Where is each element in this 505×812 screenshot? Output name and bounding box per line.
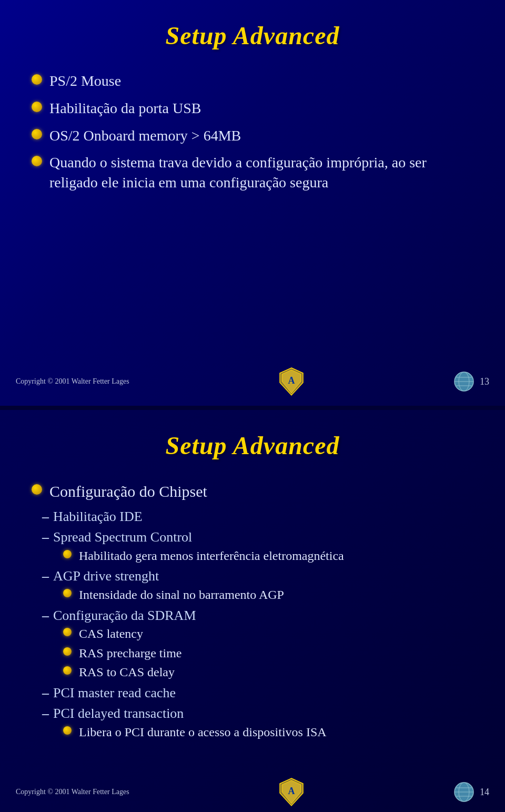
list-item: Quando o sistema trava devido a configur… xyxy=(32,153,473,193)
sub-sub-container: CAS latency RAS precharge time RAS to CA… xyxy=(42,625,473,680)
globe-icon xyxy=(453,781,474,803)
bullet-text: Habilitação da porta USB xyxy=(49,98,201,118)
bullet-text: RAS to CAS delay xyxy=(79,664,175,680)
bullet-dot-icon xyxy=(32,74,42,85)
bullet-dot-icon xyxy=(63,726,72,735)
bullet-text: RAS precharge time xyxy=(79,645,182,661)
list-item: Habilitado gera menos interferência elet… xyxy=(63,547,473,564)
sub-sub-container: Intensidade do sinal no barramento AGP xyxy=(42,586,473,603)
list-item: OS/2 Onboard memory > 64MB xyxy=(32,126,473,146)
list-item: – Configuração da SDRAM xyxy=(42,607,473,625)
main-bullet-item: Configuração do Chipset xyxy=(32,481,473,503)
slide-number: 14 xyxy=(480,787,489,798)
slide-separator xyxy=(0,406,505,410)
bullet-dot-icon xyxy=(63,550,72,558)
slide-number: 13 xyxy=(480,376,489,387)
sub-sub-container: Habilitado gera menos interferência elet… xyxy=(42,547,473,564)
bullet-dot-icon xyxy=(32,156,42,166)
bullet-dot-icon xyxy=(32,129,42,139)
bullet-dot-icon xyxy=(63,628,72,636)
slide-1: Setup Advanced PS/2 Mouse Habilitação da… xyxy=(0,0,505,406)
bullet-text: PS/2 Mouse xyxy=(49,71,121,91)
bullet-text: OS/2 Onboard memory > 64MB xyxy=(49,126,241,146)
bullet-text: Libera o PCI durante o acesso a disposit… xyxy=(79,724,327,740)
shield-logo-icon: A xyxy=(279,367,304,396)
slide-1-title: Setup Advanced xyxy=(32,21,473,50)
bullet-text: CAS latency xyxy=(79,625,143,642)
list-item: RAS precharge time xyxy=(63,645,473,661)
list-item: Intensidade do sinal no barramento AGP xyxy=(63,586,473,603)
sub-item-text: Habilitação IDE xyxy=(53,508,143,526)
list-item: – PCI master read cache xyxy=(42,684,473,702)
slide-2-title: Setup Advanced xyxy=(32,431,473,460)
sub-sub-container: Libera o PCI durante o acesso a disposit… xyxy=(42,724,473,740)
list-item: – Habilitação IDE xyxy=(42,508,473,526)
bullet-dot-icon xyxy=(63,647,72,656)
bullet-text: Habilitado gera menos interferência elet… xyxy=(79,547,344,564)
sub-item-text: PCI master read cache xyxy=(53,684,176,702)
bullet-dot-icon xyxy=(63,589,72,597)
list-item: RAS to CAS delay xyxy=(63,664,473,680)
bullet-text: Intensidade do sinal no barramento AGP xyxy=(79,586,284,603)
copyright-text: Copyright © 2001 Walter Fetter Lages xyxy=(16,377,129,386)
slide-1-bullet-list: PS/2 Mouse Habilitação da porta USB OS/2… xyxy=(32,71,473,193)
footer-badge: 13 xyxy=(453,371,489,392)
bullet-dot-icon xyxy=(63,666,72,675)
list-item: – PCI delayed transaction xyxy=(42,705,473,723)
copyright-text: Copyright © 2001 Walter Fetter Lages xyxy=(16,788,129,796)
list-item: Habilitação da porta USB xyxy=(32,98,473,118)
footer-badge: 14 xyxy=(453,781,489,803)
bullet-text: Quando o sistema trava devido a configur… xyxy=(49,153,473,193)
sub-item-text: Configuração da SDRAM xyxy=(53,607,196,625)
slide-2-footer: Copyright © 2001 Walter Fetter Lages A 1… xyxy=(0,777,505,807)
list-item: – Spread Spectrum Control xyxy=(42,528,473,546)
bullet-dot-icon xyxy=(32,484,42,495)
sub-items-container: – Habilitação IDE – Spread Spectrum Cont… xyxy=(32,508,473,741)
sub-item-text: AGP drive strenght xyxy=(53,567,159,585)
list-item: Libera o PCI durante o acesso a disposit… xyxy=(63,724,473,740)
list-item: PS/2 Mouse xyxy=(32,71,473,91)
slide-2: Setup Advanced Configuração do Chipset –… xyxy=(0,410,505,812)
list-item: CAS latency xyxy=(63,625,473,642)
bullet-dot-icon xyxy=(32,102,42,112)
shield-logo-icon: A xyxy=(279,777,304,807)
list-item: – AGP drive strenght xyxy=(42,567,473,585)
svg-text:A: A xyxy=(288,375,295,386)
sub-item-text: PCI delayed transaction xyxy=(53,705,184,723)
sub-item-text: Spread Spectrum Control xyxy=(53,528,192,546)
slide-1-footer: Copyright © 2001 Walter Fetter Lages A 1… xyxy=(0,367,505,396)
globe-icon xyxy=(453,371,474,392)
main-bullet-text: Configuração do Chipset xyxy=(49,481,207,503)
svg-text:A: A xyxy=(288,786,295,796)
